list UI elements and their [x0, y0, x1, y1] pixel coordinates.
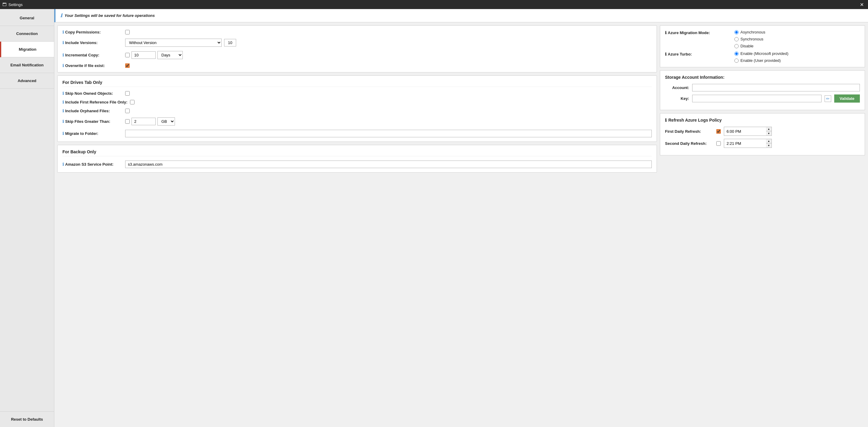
azure-turbo-label: Azure Turbo: — [668, 52, 692, 56]
azure-turbo-info-icon[interactable]: ℹ — [665, 52, 666, 56]
azure-turbo-enable-ms[interactable]: Enable (Microsoft provided) — [734, 51, 788, 56]
sidebar-item-advanced[interactable]: Advanced — [0, 73, 54, 89]
include-versions-label: Include Versions: — [65, 40, 98, 45]
skip-files-info-icon[interactable]: ℹ — [62, 119, 64, 124]
migrate-folder-row: ℹ Migrate to Folder: — [62, 130, 652, 137]
synchronous-label: Synchronous — [740, 37, 763, 41]
azure-mode-info-icon[interactable]: ℹ — [665, 30, 666, 35]
s3-input[interactable] — [125, 160, 652, 168]
azure-turbo-enable-user[interactable]: Enable (User provided) — [734, 58, 788, 63]
storage-title: Storage Account Information: — [665, 75, 860, 80]
key-edit-icon[interactable]: ✏ — [825, 95, 831, 102]
sidebar-item-connection[interactable]: Connection — [0, 26, 54, 42]
left-panel: ℹ Copy Permissions: ℹ Include Versions: … — [57, 25, 657, 424]
s3-info-icon[interactable]: ℹ — [62, 162, 64, 166]
sidebar-item-general[interactable]: General — [0, 10, 54, 26]
storage-card: Storage Account Information: Account: Ke… — [660, 70, 865, 110]
key-input[interactable] — [692, 95, 822, 102]
incremental-copy-checkbox[interactable] — [125, 53, 130, 57]
first-refresh-row: First Daily Refresh: ▲ ▼ — [665, 127, 860, 136]
account-input[interactable] — [692, 84, 860, 91]
main-content: ℹ Your Settings will be saved for future… — [54, 9, 868, 427]
azure-turbo-radio-group: Enable (Microsoft provided) Enable (User… — [734, 51, 788, 63]
skip-non-owned-checkbox[interactable] — [125, 91, 130, 96]
incremental-copy-row: ℹ Incremental Copy: Days Hours Minutes — [62, 51, 652, 59]
include-versions-info-icon[interactable]: ℹ — [62, 40, 64, 45]
right-panel: ℹ Azure Migration Mode: Asynchronous Syn… — [660, 25, 865, 424]
s3-label: Amazon S3 Service Point: — [65, 162, 114, 166]
second-refresh-checkbox[interactable] — [716, 141, 721, 146]
refresh-info-icon[interactable]: ℹ — [665, 118, 666, 123]
titlebar-title: Settings — [8, 2, 23, 7]
sidebar-item-migration[interactable]: Migration — [0, 42, 54, 57]
versions-count-input[interactable] — [224, 39, 236, 47]
copy-permissions-row: ℹ Copy Permissions: — [62, 30, 652, 34]
include-orphaned-info-icon[interactable]: ℹ — [62, 109, 64, 113]
include-versions-row: ℹ Include Versions: Without VersionAll V… — [62, 39, 652, 47]
azure-mode-disable[interactable]: Disable — [734, 44, 765, 48]
include-first-ref-info-icon[interactable]: ℹ — [62, 100, 64, 104]
incremental-copy-unit-select[interactable]: Days Hours Minutes — [157, 51, 183, 59]
azure-mode-asynchronous[interactable]: Asynchronous — [734, 30, 765, 34]
azure-mode-synchronous[interactable]: Synchronous — [734, 37, 765, 41]
first-refresh-label: First Daily Refresh: — [665, 129, 713, 134]
titlebar: 🗔 Settings ✕ — [0, 0, 868, 9]
validate-button[interactable]: Validate — [834, 94, 860, 102]
drives-card: For Drives Tab Only ℹ Skip Non Owned Obj… — [57, 75, 657, 142]
skip-non-owned-info-icon[interactable]: ℹ — [62, 91, 64, 96]
banner-message: Your Settings will be saved for future o… — [65, 13, 155, 18]
overwrite-label: Overwrite if file exist: — [65, 63, 105, 68]
account-label: Account: — [665, 85, 689, 90]
migrate-folder-label: Migrate to Folder: — [65, 131, 98, 136]
incremental-copy-info-icon[interactable]: ℹ — [62, 53, 64, 57]
drives-section-title: For Drives Tab Only — [62, 80, 652, 87]
first-refresh-time-down-button[interactable]: ▼ — [766, 131, 772, 135]
skip-files-checkbox[interactable] — [125, 119, 130, 124]
incremental-copy-value[interactable] — [131, 51, 156, 59]
include-first-ref-row: ℹ Include First Reference File Only: — [62, 100, 652, 104]
backup-card: For Backup Only ℹ Amazon S3 Service Poin… — [57, 145, 657, 173]
azure-mode-card: ℹ Azure Migration Mode: Asynchronous Syn… — [660, 25, 865, 67]
info-icon: ℹ — [60, 13, 62, 19]
azure-mode-radio-group: Asynchronous Synchronous Disable — [734, 30, 765, 48]
copy-permissions-checkbox[interactable] — [125, 30, 130, 34]
overwrite-checkbox[interactable] — [125, 63, 130, 68]
skip-files-row: ℹ Skip Files Greater Than: GB MB KB — [62, 117, 652, 125]
disable-label: Disable — [740, 44, 753, 48]
include-orphaned-checkbox[interactable] — [125, 109, 130, 113]
key-label: Key: — [665, 96, 689, 101]
skip-files-unit-select[interactable]: GB MB KB — [157, 117, 175, 125]
copy-permissions-info-icon[interactable]: ℹ — [62, 30, 64, 34]
sidebar-item-email-notification[interactable]: Email Notification — [0, 57, 54, 73]
key-field: Key: ✏ Validate — [665, 94, 860, 102]
migrate-folder-input[interactable] — [125, 130, 652, 137]
enable-ms-label: Enable (Microsoft provided) — [740, 51, 788, 56]
overwrite-row: ℹ Overwrite if file exist: — [62, 63, 652, 68]
include-orphaned-row: ℹ Include Orphaned Files: — [62, 109, 652, 113]
overwrite-info-icon[interactable]: ℹ — [62, 63, 64, 68]
skip-files-value[interactable] — [131, 118, 156, 125]
reset-to-defaults-button[interactable]: Reset to Defaults — [0, 411, 54, 427]
azure-mode-label: Azure Migration Mode: — [668, 30, 710, 35]
include-versions-select[interactable]: Without VersionAll VersionsLatest Versio… — [125, 39, 222, 47]
account-field: Account: — [665, 84, 860, 91]
first-refresh-time-input[interactable] — [724, 127, 766, 136]
second-refresh-row: Second Daily Refresh: ▲ ▼ — [665, 139, 860, 148]
first-refresh-time-up-button[interactable]: ▲ — [766, 127, 772, 131]
include-orphaned-label: Include Orphaned Files: — [65, 109, 110, 113]
skip-non-owned-label: Skip Non Owned Objects: — [65, 91, 113, 96]
first-refresh-checkbox[interactable] — [716, 129, 721, 134]
second-refresh-time-input[interactable] — [724, 139, 766, 148]
main-settings-card: ℹ Copy Permissions: ℹ Include Versions: … — [57, 25, 657, 72]
refresh-title: Refresh Azure Logs Policy — [668, 118, 722, 123]
second-refresh-label: Second Daily Refresh: — [665, 141, 713, 146]
sidebar: General Connection Migration Email Notif… — [0, 9, 54, 427]
migrate-folder-info-icon[interactable]: ℹ — [62, 131, 64, 136]
second-refresh-time-down-button[interactable]: ▼ — [766, 143, 772, 148]
close-button[interactable]: ✕ — [858, 1, 866, 8]
include-first-ref-label: Include First Reference File Only: — [65, 100, 128, 104]
copy-permissions-label: Copy Permissions: — [65, 30, 101, 34]
enable-user-label: Enable (User provided) — [740, 58, 781, 63]
second-refresh-time-up-button[interactable]: ▲ — [766, 139, 772, 143]
include-first-ref-checkbox[interactable] — [130, 100, 134, 104]
